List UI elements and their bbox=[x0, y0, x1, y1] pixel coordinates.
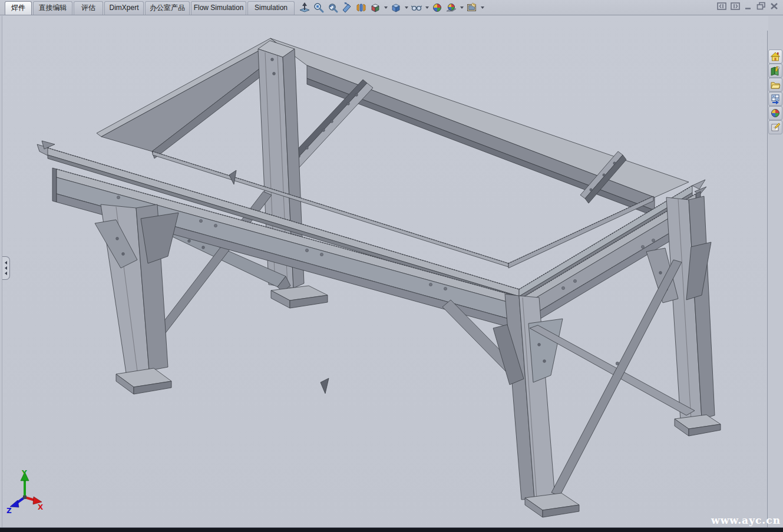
display-style-icon bbox=[390, 2, 402, 14]
collapse-arrow-icon bbox=[5, 266, 7, 270]
section-view-button[interactable] bbox=[341, 1, 353, 14]
edit-appearance-icon bbox=[431, 2, 443, 14]
zoom-to-area-button[interactable] bbox=[312, 1, 325, 14]
collapse-arrow-icon bbox=[5, 272, 7, 275]
hide-show-items-icon bbox=[411, 2, 422, 14]
collapse-left-pane-icon bbox=[717, 2, 726, 10]
model-canvas[interactable]: Y X Z bbox=[2, 16, 768, 528]
apply-scene-icon bbox=[445, 2, 457, 14]
orientation-triad: Y X Z bbox=[6, 469, 44, 515]
main-area: Y X Z bbox=[0, 15, 783, 528]
watermark: www.ayc.cn bbox=[711, 514, 781, 526]
collapse-left-pane-button[interactable] bbox=[717, 2, 726, 12]
zoom-to-area-icon bbox=[313, 2, 325, 14]
view-orientation-icon bbox=[369, 2, 381, 14]
task-pane-design-library-button[interactable] bbox=[768, 64, 782, 78]
command-manager-bar: 焊件 直接编辑 评估 DimXpert 办公室产品 Flow Simulatio… bbox=[0, 0, 783, 15]
zoom-to-fit-button[interactable] bbox=[298, 1, 311, 14]
tab-evaluate[interactable]: 评估 bbox=[74, 1, 103, 15]
view-orientation-button[interactable] bbox=[369, 1, 382, 14]
display-style-dropdown[interactable] bbox=[405, 6, 408, 9]
collapse-right-pane-button[interactable] bbox=[731, 2, 740, 12]
view-settings-icon bbox=[466, 2, 478, 14]
previous-view-button[interactable] bbox=[326, 1, 339, 14]
collapse-arrow-icon bbox=[5, 261, 7, 265]
folder-icon bbox=[770, 80, 781, 90]
tab-simulation[interactable]: Simulation bbox=[247, 1, 295, 15]
minimize-button[interactable] bbox=[744, 2, 752, 12]
tab-dimxpert[interactable]: DimXpert bbox=[104, 1, 144, 15]
tab-weldments[interactable]: 焊件 bbox=[5, 1, 32, 15]
hide-show-items-button[interactable] bbox=[410, 1, 423, 14]
task-pane-bar bbox=[767, 31, 783, 532]
appearances-sphere-icon bbox=[770, 108, 781, 118]
triad-z-label: Z bbox=[6, 507, 12, 515]
3d-drawing-view-icon bbox=[355, 2, 367, 14]
command-tabs: 焊件 直接编辑 评估 DimXpert 办公室产品 Flow Simulatio… bbox=[5, 1, 296, 15]
task-pane-custom-properties-button[interactable] bbox=[768, 120, 782, 134]
tab-direct-editing[interactable]: 直接编辑 bbox=[33, 1, 72, 15]
3d-drawing-view-button[interactable] bbox=[355, 1, 368, 14]
feature-tree-flyout-tab[interactable] bbox=[2, 256, 10, 280]
collapse-right-pane-icon bbox=[731, 2, 740, 10]
window-controls bbox=[713, 2, 778, 12]
heads-up-view-toolbar bbox=[298, 1, 486, 15]
apply-scene-button[interactable] bbox=[445, 1, 458, 14]
close-icon bbox=[770, 2, 778, 10]
tab-office-products[interactable]: 办公室产品 bbox=[145, 1, 190, 15]
display-style-button[interactable] bbox=[389, 1, 402, 14]
custom-properties-icon bbox=[770, 122, 781, 133]
section-view-icon bbox=[341, 2, 353, 14]
design-library-icon bbox=[770, 65, 781, 76]
previous-view-icon bbox=[327, 2, 339, 14]
triad-x-label: X bbox=[38, 503, 44, 511]
apply-scene-dropdown[interactable] bbox=[460, 6, 464, 9]
window-bottom-border bbox=[0, 527, 783, 532]
view-settings-button[interactable] bbox=[465, 1, 478, 14]
triad-y-label: Y bbox=[21, 469, 27, 477]
viewport-3d[interactable]: Y X Z bbox=[2, 16, 768, 528]
hide-show-items-dropdown[interactable] bbox=[425, 6, 429, 9]
view-orientation-dropdown[interactable] bbox=[384, 6, 388, 9]
solidworks-window: 焊件 直接编辑 评估 DimXpert 办公室产品 Flow Simulatio… bbox=[0, 0, 783, 532]
view-palette-icon bbox=[770, 94, 781, 104]
restore-icon bbox=[756, 2, 766, 10]
tab-flow-simulation[interactable]: Flow Simulation bbox=[191, 1, 246, 15]
edit-appearance-button[interactable] bbox=[431, 1, 444, 14]
restore-button[interactable] bbox=[756, 2, 766, 12]
home-icon bbox=[770, 51, 781, 62]
task-pane-view-palette-button[interactable] bbox=[768, 92, 782, 106]
task-pane-file-explorer-button[interactable] bbox=[768, 78, 782, 92]
task-pane-resources-button[interactable] bbox=[768, 49, 782, 64]
view-settings-dropdown[interactable] bbox=[481, 6, 484, 9]
minimize-icon bbox=[744, 2, 752, 10]
zoom-to-fit-icon bbox=[299, 2, 310, 14]
task-pane-appearances-button[interactable] bbox=[768, 106, 782, 120]
close-button[interactable] bbox=[770, 2, 778, 12]
